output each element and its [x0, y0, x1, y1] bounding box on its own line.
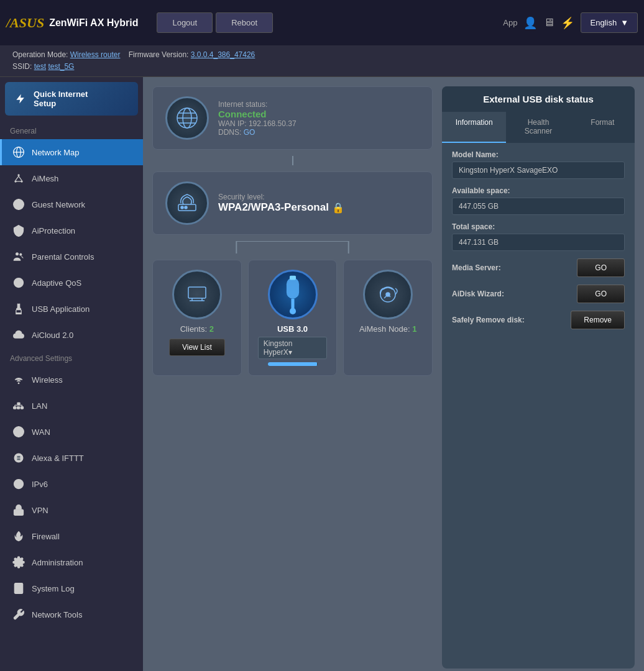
- wifi-icon: [12, 373, 25, 386]
- svg-point-42: [181, 206, 183, 209]
- sidebar-label-system-log: System Log: [32, 584, 75, 593]
- aimesh-count: 1: [412, 324, 416, 334]
- usb-icon[interactable]: ⚡: [561, 16, 574, 30]
- total-space-value: 447.131 GB: [452, 234, 625, 251]
- quick-internet-setup[interactable]: Quick InternetSetup: [5, 82, 138, 116]
- client-icon: [172, 270, 222, 319]
- model-name-value: Kingston HyperX SavageEXO: [452, 162, 625, 179]
- guest-globe-icon: [12, 198, 25, 211]
- network-container: Internet status: Connected WAN IP: 192.1…: [152, 86, 635, 669]
- svg-rect-30: [14, 510, 24, 516]
- sidebar-item-parental-controls[interactable]: Parental Controls: [0, 244, 143, 270]
- sidebar-item-lan[interactable]: LAN: [0, 393, 143, 419]
- svg-point-13: [19, 253, 22, 256]
- svg-rect-47: [188, 287, 206, 298]
- sidebar-label-alexa-ifttt: Alexa & IFTTT: [32, 454, 84, 463]
- tab-information[interactable]: Information: [442, 112, 506, 143]
- ssid-label: SSID:: [12, 62, 32, 71]
- aimesh-label: AiMesh Node: 1: [359, 324, 417, 334]
- router-icon: [165, 181, 209, 225]
- people-icon: [12, 250, 25, 263]
- lan-icon: [12, 399, 25, 413]
- language-select[interactable]: English ▼: [581, 12, 638, 33]
- sidebar-item-wireless[interactable]: Wireless: [0, 367, 143, 393]
- app-label[interactable]: App: [503, 18, 517, 27]
- svg-line-6: [16, 176, 19, 181]
- available-space-row: Available space: 447.055 GB: [452, 186, 625, 215]
- op-mode-label: Operation Mode:: [12, 50, 68, 59]
- available-space-value: 447.055 GB: [452, 198, 625, 215]
- internet-info: Internet status: Connected WAN IP: 192.1…: [218, 100, 420, 137]
- sidebar-item-administration[interactable]: Administration: [0, 549, 143, 575]
- sidebar-item-aimesh[interactable]: AiMesh: [0, 165, 143, 191]
- internet-status-label: Internet status:: [218, 100, 420, 109]
- sidebar-item-network-tools[interactable]: Network Tools: [0, 601, 143, 628]
- usb-disk-panel: External USB disk status Information Hea…: [442, 86, 635, 669]
- sidebar-label-administration: Administration: [32, 558, 83, 567]
- usb-app-icon: [12, 302, 25, 316]
- svg-point-43: [185, 206, 187, 209]
- sidebar-label-network-tools: Network Tools: [32, 610, 82, 619]
- sidebar-label-network-map: Network Map: [32, 148, 80, 157]
- aidisk-label: AiDisk Wizard:: [452, 290, 504, 298]
- media-server-row: Media Server: GO: [452, 258, 625, 277]
- model-name-row: Model Name: Kingston HyperX SavageEXO: [452, 150, 625, 179]
- ssid-link-2[interactable]: test_5G: [48, 62, 74, 71]
- op-mode-link[interactable]: Wireless router: [70, 50, 121, 59]
- sidebar-item-network-map[interactable]: Network Map: [0, 139, 143, 165]
- svg-rect-49: [286, 278, 298, 299]
- sidebar-label-wan: WAN: [32, 427, 50, 437]
- tab-health-scanner[interactable]: HealthScanner: [506, 112, 570, 143]
- sidebar-item-usb-application[interactable]: USB Application: [0, 296, 143, 322]
- usb-label: USB 3.0: [277, 324, 308, 334]
- aidisk-go-button[interactable]: GO: [577, 285, 625, 303]
- sidebar-item-wan[interactable]: WAN: [0, 419, 143, 445]
- chevron-down-icon: ▼: [620, 18, 628, 27]
- asus-logo: /ASUS: [6, 15, 44, 31]
- sidebar-item-vpn[interactable]: VPN: [0, 497, 143, 523]
- view-list-button[interactable]: View List: [169, 339, 225, 356]
- logout-button[interactable]: Logout: [157, 12, 213, 33]
- wan-ip-value: 192.168.50.37: [249, 119, 297, 128]
- sidebar-label-guest-network: Guest Network: [32, 200, 85, 209]
- sidebar-label-aimesh: AiMesh: [32, 174, 58, 183]
- reboot-button[interactable]: Reboot: [216, 12, 273, 33]
- sidebar-label-vpn: VPN: [32, 506, 48, 515]
- top-icons: App 👤 🖥 ⚡ English ▼: [503, 12, 638, 33]
- admin-icon: [12, 555, 25, 569]
- network-diagram: Internet status: Connected WAN IP: 192.1…: [152, 86, 433, 669]
- svg-point-3: [17, 175, 19, 176]
- model-name-label: Model Name:: [452, 150, 625, 159]
- usb-device-select[interactable]: Kingston HyperX▾: [258, 337, 328, 359]
- usb-node: USB 3.0 Kingston HyperX▾: [248, 260, 338, 376]
- svg-point-51: [289, 308, 295, 314]
- ssid-link-1[interactable]: test: [34, 62, 46, 71]
- sidebar-item-aicloud[interactable]: AiCloud 2.0: [0, 322, 143, 348]
- svg-text:6: 6: [17, 483, 20, 487]
- ddns-link[interactable]: GO: [244, 128, 255, 137]
- branch-svg: [152, 241, 433, 253]
- internet-node: Internet status: Connected WAN IP: 192.1…: [152, 86, 433, 150]
- sidebar-item-system-log[interactable]: System Log: [0, 575, 143, 601]
- clients-count: 2: [209, 324, 214, 334]
- sidebar-item-guest-network[interactable]: Guest Network: [0, 191, 143, 217]
- tools-icon: [12, 608, 25, 621]
- wan-ip-info: WAN IP: 192.168.50.37: [218, 119, 420, 128]
- sidebar-item-alexa-ifttt[interactable]: Alexa & IFTTT: [0, 445, 143, 471]
- info-bar: Operation Mode: Wireless router Firmware…: [0, 45, 644, 77]
- monitor-icon[interactable]: 🖥: [543, 16, 554, 29]
- firmware-link[interactable]: 3.0.0.4_386_47426: [191, 50, 255, 59]
- tab-format[interactable]: Format: [571, 112, 635, 143]
- usb-panel-title: External USB disk status: [442, 86, 635, 112]
- usb-tabs: Information HealthScanner Format: [442, 112, 635, 143]
- sidebar-item-adaptive-qos[interactable]: Adaptive QoS: [0, 270, 143, 296]
- remove-disk-button[interactable]: Remove: [571, 311, 625, 329]
- media-server-go-button[interactable]: GO: [577, 258, 625, 277]
- sidebar-item-firewall[interactable]: Firewall: [0, 523, 143, 549]
- sidebar-item-aiprotection[interactable]: AiProtection: [0, 217, 143, 244]
- sidebar-item-ipv6[interactable]: 6 IPv6: [0, 471, 143, 497]
- lightning-icon: [14, 92, 27, 106]
- shield-icon: [12, 224, 25, 237]
- svg-rect-18: [21, 407, 23, 409]
- person-icon[interactable]: 👤: [523, 16, 537, 30]
